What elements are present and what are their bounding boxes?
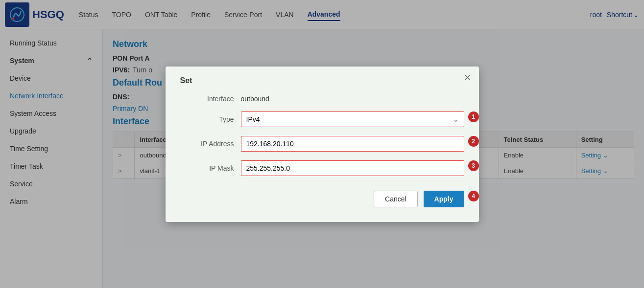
type-select-wrapper: IPv4 IPv6 ⌄: [241, 111, 464, 127]
modal-overlay: Set ✕ ForciSP Interface outbound Type IP…: [0, 0, 644, 288]
ip-address-row: IP Address 2: [180, 136, 464, 152]
type-label: Type: [180, 115, 234, 123]
step-badge-3: 3: [468, 160, 479, 171]
ip-mask-row: IP Mask 3: [180, 160, 464, 176]
ip-mask-label: IP Mask: [180, 164, 234, 172]
step-badge-2: 2: [468, 136, 479, 147]
type-row: Type IPv4 IPv6 ⌄ 1: [180, 111, 464, 127]
interface-value: outbound: [241, 95, 269, 103]
set-modal: Set ✕ ForciSP Interface outbound Type IP…: [166, 66, 479, 222]
modal-footer: Cancel Apply 4: [180, 191, 464, 207]
step-badge-1: 1: [468, 111, 479, 122]
cancel-button[interactable]: Cancel: [374, 191, 418, 207]
ip-mask-input[interactable]: [241, 160, 464, 176]
ip-address-input[interactable]: [241, 136, 464, 152]
close-icon[interactable]: ✕: [464, 73, 471, 82]
interface-row: Interface outbound: [180, 95, 464, 103]
interface-label: Interface: [180, 95, 234, 103]
modal-title: Set: [180, 76, 464, 85]
apply-button[interactable]: Apply: [424, 191, 464, 207]
ip-address-label: IP Address: [180, 140, 234, 148]
type-select[interactable]: IPv4 IPv6: [241, 112, 464, 127]
step-badge-4: 4: [468, 191, 479, 201]
